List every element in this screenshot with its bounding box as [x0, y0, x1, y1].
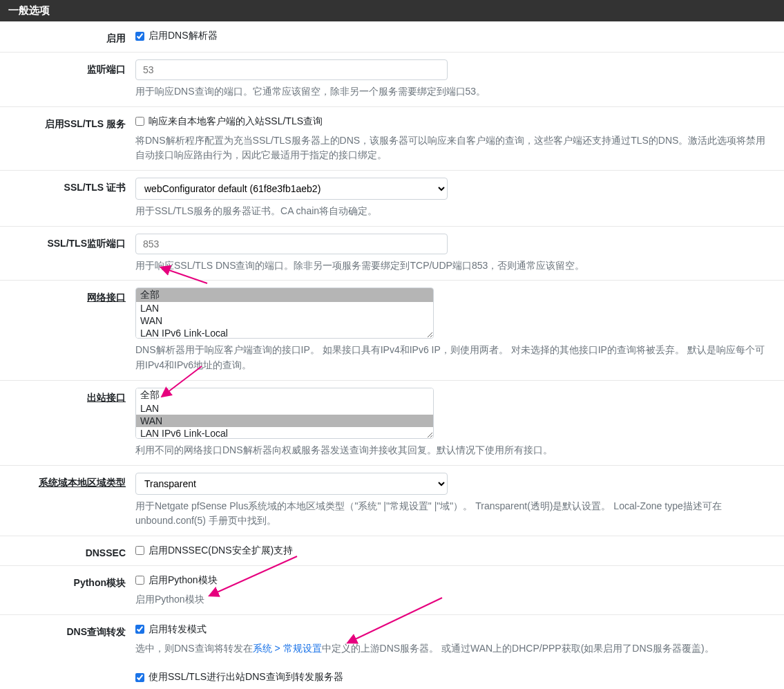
row-forwarding-ssl: 使用SSL/TLS进行出站DNS查询到转发服务器 当与DNS查询转发一起设置时，…: [0, 663, 784, 689]
row-ssl-cert: SSL/TLS 证书 webConfigurator default (61f8…: [0, 171, 784, 227]
outgoing-if-select[interactable]: 全部 LAN WAN LAN IPv6 Link-Local WAN IPv6 …: [135, 388, 434, 439]
row-python: Python模块 启用Python模块 启用Python模块: [0, 566, 784, 615]
row-ssl-service: 启用SSL/TLS 服务 响应来自本地客户端的入站SSL/TLS查询 将DNS解…: [0, 107, 784, 171]
label-forwarding: DNS查询转发: [0, 622, 135, 657]
row-ssl-port: SSL/TLS监听端口 用于响应SSL/TLS DNS查询的端口。除非另一项服务…: [0, 227, 784, 281]
python-checkbox[interactable]: [135, 576, 144, 585]
row-forwarding: DNS查询转发 启用转发模式 选中，则DNS查询将转发在系统 > 常规设置中定义…: [0, 615, 784, 663]
local-zone-help: 用于Netgate pfSense Plus系统域的本地区域类型（"系统" |"…: [135, 499, 772, 529]
label-ssl-cert: SSL/TLS 证书: [0, 178, 135, 219]
ssl-cert-help: 用于SSL/TLS服务的服务器证书。CA chain将自动确定。: [135, 204, 772, 219]
outgoing-if-option[interactable]: LAN IPv6 Link-Local: [136, 427, 433, 439]
enable-checkbox[interactable]: [135, 32, 144, 41]
row-listen-port: 监听端口 用于响应DNS查询的端口。它通常应该留空，除非另一个服务需要绑定到端口…: [0, 53, 784, 107]
label-dnssec: DNSSEC: [0, 543, 135, 558]
forwarding-ssl-checkbox-label: 使用SSL/TLS进行出站DNS查询到转发服务器: [149, 671, 343, 683]
ssl-service-checkbox-label: 响应来自本地客户端的入站SSL/TLS查询: [149, 115, 323, 128]
enable-checkbox-label: 启用DNS解析器: [149, 30, 218, 42]
forwarding-checkbox[interactable]: [135, 625, 144, 634]
network-if-option[interactable]: WAN: [136, 314, 433, 327]
network-if-option[interactable]: LAN: [136, 302, 433, 314]
network-if-help: DNS解析器用于响应客户端查询的接口IP。 如果接口具有IPv4和IPv6 IP…: [135, 343, 772, 372]
ssl-port-input[interactable]: [135, 234, 448, 254]
forwarding-help: 选中，则DNS查询将转发在系统 > 常规设置中定义的上游DNS服务器。 或通过W…: [135, 641, 772, 657]
outgoing-if-option[interactable]: LAN: [136, 402, 433, 415]
label-listen-port: 监听端口: [0, 59, 135, 100]
forwarding-ssl-checkbox[interactable]: [135, 673, 144, 682]
ssl-service-checkbox[interactable]: [135, 117, 144, 126]
outgoing-if-help: 利用不同的网络接口DNS解析器向权威服务器发送查询并接收其回复。默认情况下使用所…: [135, 443, 772, 458]
row-dnssec: DNSSEC 启用DNSSEC(DNS安全扩展)支持: [0, 536, 784, 566]
network-if-option[interactable]: 全部: [136, 288, 433, 302]
label-outgoing-if: 出站接口: [87, 392, 126, 403]
label-local-zone: 系统域本地区域类型: [39, 477, 126, 488]
local-zone-select[interactable]: Transparent: [135, 473, 448, 495]
ssl-cert-select[interactable]: webConfigurator default (61f8e3fb1aeb2): [135, 178, 448, 200]
general-settings-link[interactable]: 系统 > 常规设置: [253, 643, 322, 654]
row-network-if: 网络接口 全部 LAN WAN LAN IPv6 Link-Local WAN …: [0, 281, 784, 380]
outgoing-if-option[interactable]: WAN: [136, 415, 433, 427]
dnssec-checkbox-label: 启用DNSSEC(DNS安全扩展)支持: [149, 545, 293, 557]
label-ssl-port: SSL/TLS监听端口: [0, 234, 135, 274]
panel-title: 一般选项: [0, 0, 784, 21]
listen-port-help: 用于响应DNS查询的端口。它通常应该留空，除非另一个服务需要绑定到端口53。: [135, 84, 772, 100]
dnssec-checkbox[interactable]: [135, 546, 144, 555]
listen-port-input[interactable]: [135, 59, 448, 80]
forwarding-checkbox-label: 启用转发模式: [149, 623, 207, 636]
label-network-if: 网络接口: [87, 292, 126, 303]
network-if-select[interactable]: 全部 LAN WAN LAN IPv6 Link-Local WAN IPv6 …: [135, 287, 434, 339]
label-ssl-service: 启用SSL/TLS 服务: [0, 114, 135, 163]
ssl-port-help: 用于响应SSL/TLS DNS查询的端口。除非另一项服务需要绑定到TCP/UDP…: [135, 258, 772, 274]
python-checkbox-label: 启用Python模块: [149, 574, 218, 587]
row-outgoing-if: 出站接口 全部 LAN WAN LAN IPv6 Link-Local WAN …: [0, 381, 784, 466]
python-help: 启用Python模块: [135, 592, 772, 607]
row-local-zone: 系统域本地区域类型 Transparent 用于Netgate pfSense …: [0, 466, 784, 536]
label-python: Python模块: [0, 573, 135, 607]
row-enable: 启用 启用DNS解析器: [0, 21, 784, 53]
ssl-service-help: 将DNS解析程序配置为充当SSL/TLS服务器上的DNS，该服务器可以响应来自客…: [135, 133, 772, 163]
label-enable: 启用: [0, 28, 135, 45]
network-if-option[interactable]: LAN IPv6 Link-Local: [136, 327, 433, 339]
outgoing-if-option[interactable]: 全部: [136, 388, 433, 402]
